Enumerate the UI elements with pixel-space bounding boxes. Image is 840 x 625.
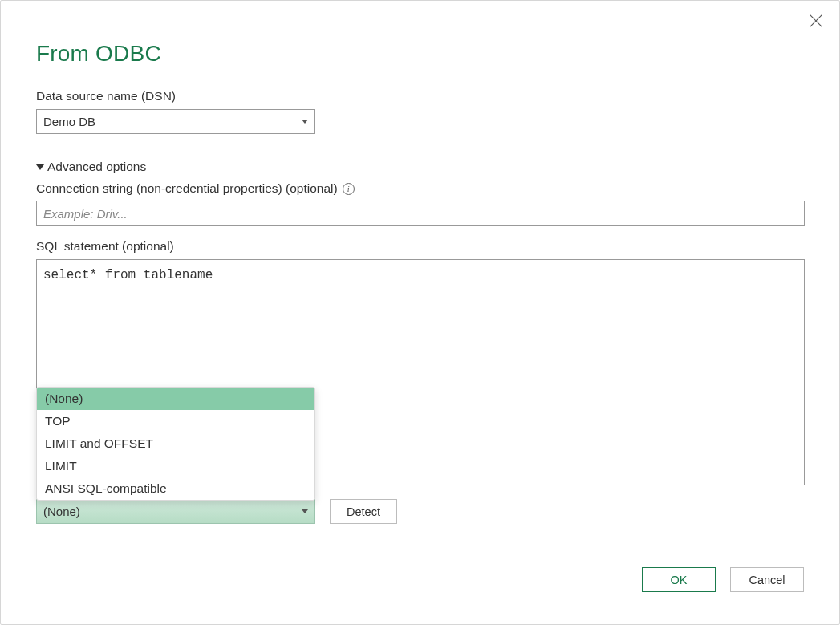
detect-button[interactable]: Detect <box>330 499 397 524</box>
clause-dropdown-wrap: (None) TOP LIMIT and OFFSET LIMIT ANSI S… <box>36 499 315 524</box>
clause-option-none[interactable]: (None) <box>37 388 314 410</box>
triangle-down-icon <box>36 164 44 170</box>
advanced-options-toggle[interactable]: Advanced options <box>36 160 804 174</box>
advanced-options-label: Advanced options <box>47 160 146 174</box>
clause-option-limit-offset[interactable]: LIMIT and OFFSET <box>37 432 314 455</box>
sql-statement-label: SQL statement (optional) <box>36 239 804 254</box>
connection-string-label: Connection string (non-credential proper… <box>36 181 338 196</box>
from-odbc-dialog: From ODBC Data source name (DSN) Demo DB… <box>0 0 840 625</box>
ok-button[interactable]: OK <box>642 567 716 592</box>
close-button[interactable] <box>807 12 825 30</box>
dsn-dropdown[interactable]: Demo DB <box>36 109 315 134</box>
chevron-down-icon <box>302 120 308 124</box>
dialog-title: From ODBC <box>36 41 804 67</box>
info-icon[interactable]: i <box>343 183 355 195</box>
cancel-button[interactable]: Cancel <box>730 567 804 592</box>
clause-option-limit[interactable]: LIMIT <box>37 455 314 477</box>
dsn-value: Demo DB <box>43 115 95 128</box>
connection-string-label-row: Connection string (non-credential proper… <box>36 181 804 196</box>
clause-option-top[interactable]: TOP <box>37 410 314 432</box>
dsn-label: Data source name (DSN) <box>36 89 804 103</box>
clause-dropdown-popup: (None) TOP LIMIT and OFFSET LIMIT ANSI S… <box>36 387 315 501</box>
dialog-content: From ODBC Data source name (DSN) Demo DB… <box>1 1 839 524</box>
connection-string-input[interactable] <box>36 201 805 226</box>
clause-value: (None) <box>43 505 80 518</box>
dialog-footer: OK Cancel <box>642 567 804 592</box>
clause-row: (None) TOP LIMIT and OFFSET LIMIT ANSI S… <box>36 499 804 524</box>
clause-option-ansi[interactable]: ANSI SQL-compatible <box>37 477 314 500</box>
chevron-down-icon <box>302 509 308 513</box>
clause-dropdown[interactable]: (None) <box>36 499 315 524</box>
close-icon <box>807 12 825 30</box>
